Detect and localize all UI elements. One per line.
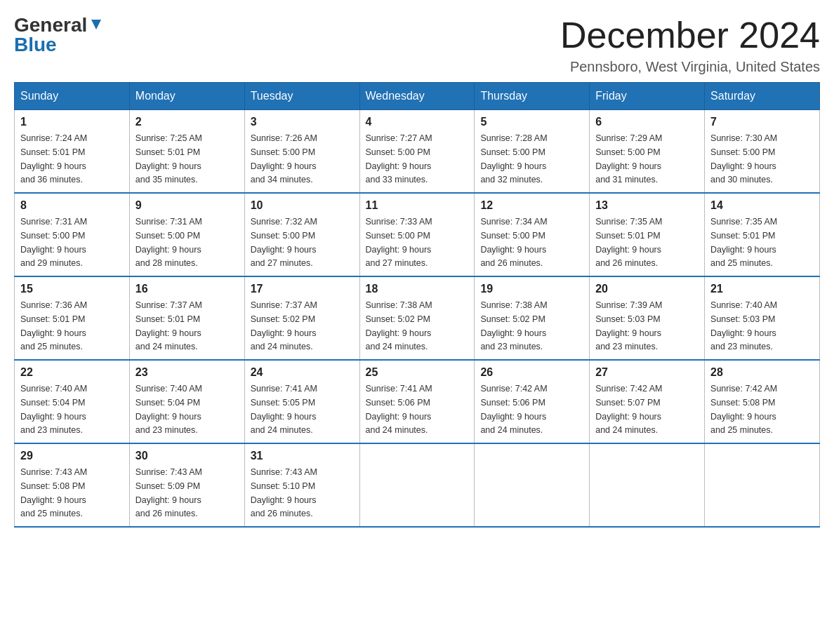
- day-info: Sunrise: 7:35 AMSunset: 5:01 PMDaylight:…: [595, 217, 662, 268]
- day-number: 1: [20, 116, 124, 128]
- day-of-week-header: Monday: [129, 83, 244, 110]
- day-info: Sunrise: 7:37 AMSunset: 5:02 PMDaylight:…: [251, 300, 317, 351]
- day-info: Sunrise: 7:42 AMSunset: 5:08 PMDaylight:…: [710, 384, 777, 435]
- calendar-day-cell: 28 Sunrise: 7:42 AMSunset: 5:08 PMDaylig…: [705, 360, 820, 443]
- calendar-day-cell: 15 Sunrise: 7:36 AMSunset: 5:01 PMDaylig…: [15, 276, 130, 360]
- calendar-day-cell: 3 Sunrise: 7:26 AMSunset: 5:00 PMDayligh…: [244, 110, 359, 194]
- day-number: 11: [366, 199, 469, 212]
- calendar-day-cell: 7 Sunrise: 7:30 AMSunset: 5:00 PMDayligh…: [705, 110, 820, 194]
- calendar-day-cell: 1 Sunrise: 7:24 AMSunset: 5:01 PMDayligh…: [15, 110, 130, 194]
- calendar-day-cell: 21 Sunrise: 7:40 AMSunset: 5:03 PMDaylig…: [705, 276, 820, 360]
- calendar-week-row: 1 Sunrise: 7:24 AMSunset: 5:01 PMDayligh…: [15, 110, 820, 194]
- calendar-day-cell: [359, 443, 475, 527]
- day-info: Sunrise: 7:29 AMSunset: 5:00 PMDaylight:…: [595, 133, 662, 185]
- day-info: Sunrise: 7:43 AMSunset: 5:08 PMDaylight:…: [20, 467, 87, 518]
- day-number: 27: [595, 366, 699, 379]
- day-info: Sunrise: 7:40 AMSunset: 5:03 PMDaylight:…: [710, 300, 777, 351]
- day-info: Sunrise: 7:38 AMSunset: 5:02 PMDaylight:…: [366, 300, 432, 351]
- calendar-day-cell: [705, 443, 820, 527]
- day-number: 29: [20, 450, 124, 462]
- day-info: Sunrise: 7:34 AMSunset: 5:00 PMDaylight:…: [480, 217, 547, 268]
- calendar-day-cell: 12 Sunrise: 7:34 AMSunset: 5:00 PMDaylig…: [475, 193, 590, 276]
- day-number: 2: [135, 116, 239, 128]
- day-info: Sunrise: 7:42 AMSunset: 5:06 PMDaylight:…: [480, 384, 547, 435]
- day-info: Sunrise: 7:40 AMSunset: 5:04 PMDaylight:…: [135, 384, 202, 435]
- day-number: 9: [135, 199, 239, 212]
- logo: General Blue: [14, 14, 104, 56]
- day-info: Sunrise: 7:41 AMSunset: 5:06 PMDaylight:…: [366, 384, 432, 435]
- calendar-week-row: 29 Sunrise: 7:43 AMSunset: 5:08 PMDaylig…: [15, 443, 820, 527]
- day-number: 17: [251, 283, 354, 295]
- page-header: General Blue December 2024 Pennsboro, We…: [14, 14, 820, 75]
- day-info: Sunrise: 7:32 AMSunset: 5:00 PMDaylight:…: [251, 217, 317, 268]
- day-info: Sunrise: 7:30 AMSunset: 5:00 PMDaylight:…: [710, 133, 777, 185]
- calendar-day-cell: 16 Sunrise: 7:37 AMSunset: 5:01 PMDaylig…: [129, 276, 244, 360]
- day-info: Sunrise: 7:39 AMSunset: 5:03 PMDaylight:…: [595, 300, 662, 351]
- day-of-week-header: Friday: [590, 83, 705, 110]
- day-number: 22: [20, 366, 124, 379]
- day-number: 5: [480, 116, 583, 128]
- calendar-day-cell: 25 Sunrise: 7:41 AMSunset: 5:06 PMDaylig…: [359, 360, 475, 443]
- day-info: Sunrise: 7:36 AMSunset: 5:01 PMDaylight:…: [20, 300, 87, 351]
- day-number: 16: [135, 283, 239, 295]
- calendar-day-cell: 9 Sunrise: 7:31 AMSunset: 5:00 PMDayligh…: [129, 193, 244, 276]
- calendar-day-cell: 14 Sunrise: 7:35 AMSunset: 5:01 PMDaylig…: [705, 193, 820, 276]
- day-number: 21: [710, 283, 814, 295]
- day-info: Sunrise: 7:28 AMSunset: 5:00 PMDaylight:…: [480, 133, 547, 185]
- day-info: Sunrise: 7:42 AMSunset: 5:07 PMDaylight:…: [595, 384, 662, 435]
- day-info: Sunrise: 7:31 AMSunset: 5:00 PMDaylight:…: [135, 217, 202, 268]
- location-subtitle: Pennsboro, West Virginia, United States: [560, 59, 820, 75]
- calendar-day-cell: 31 Sunrise: 7:43 AMSunset: 5:10 PMDaylig…: [244, 443, 359, 527]
- day-number: 31: [251, 450, 354, 462]
- day-number: 13: [595, 199, 699, 212]
- calendar-day-cell: 19 Sunrise: 7:38 AMSunset: 5:02 PMDaylig…: [475, 276, 590, 360]
- day-info: Sunrise: 7:26 AMSunset: 5:00 PMDaylight:…: [251, 133, 317, 185]
- calendar-week-row: 22 Sunrise: 7:40 AMSunset: 5:04 PMDaylig…: [15, 360, 820, 443]
- day-number: 6: [595, 116, 699, 128]
- calendar-day-cell: 13 Sunrise: 7:35 AMSunset: 5:01 PMDaylig…: [590, 193, 705, 276]
- day-number: 8: [20, 199, 124, 212]
- calendar-day-cell: 24 Sunrise: 7:41 AMSunset: 5:05 PMDaylig…: [244, 360, 359, 443]
- day-of-week-header: Tuesday: [244, 83, 359, 110]
- day-of-week-header: Saturday: [705, 83, 820, 110]
- day-number: 19: [480, 283, 583, 295]
- svg-marker-0: [91, 20, 101, 29]
- day-number: 10: [251, 199, 354, 212]
- day-number: 18: [366, 283, 469, 295]
- calendar-day-cell: 5 Sunrise: 7:28 AMSunset: 5:00 PMDayligh…: [475, 110, 590, 194]
- day-info: Sunrise: 7:27 AMSunset: 5:00 PMDaylight:…: [366, 133, 432, 185]
- calendar-day-cell: 11 Sunrise: 7:33 AMSunset: 5:00 PMDaylig…: [359, 193, 475, 276]
- calendar-day-cell: 30 Sunrise: 7:43 AMSunset: 5:09 PMDaylig…: [129, 443, 244, 527]
- day-info: Sunrise: 7:41 AMSunset: 5:05 PMDaylight:…: [251, 384, 317, 435]
- day-info: Sunrise: 7:40 AMSunset: 5:04 PMDaylight:…: [20, 384, 87, 435]
- calendar-day-cell: 23 Sunrise: 7:40 AMSunset: 5:04 PMDaylig…: [129, 360, 244, 443]
- day-info: Sunrise: 7:24 AMSunset: 5:01 PMDaylight:…: [20, 133, 87, 185]
- day-number: 25: [366, 366, 469, 379]
- calendar-day-cell: 4 Sunrise: 7:27 AMSunset: 5:00 PMDayligh…: [359, 110, 475, 194]
- day-number: 4: [366, 116, 469, 128]
- calendar-day-cell: 26 Sunrise: 7:42 AMSunset: 5:06 PMDaylig…: [475, 360, 590, 443]
- logo-blue: Blue: [14, 34, 57, 56]
- day-number: 7: [710, 116, 814, 128]
- day-info: Sunrise: 7:43 AMSunset: 5:09 PMDaylight:…: [135, 467, 202, 518]
- day-number: 12: [480, 199, 583, 212]
- calendar-table: SundayMondayTuesdayWednesdayThursdayFrid…: [14, 82, 820, 528]
- day-info: Sunrise: 7:25 AMSunset: 5:01 PMDaylight:…: [135, 133, 202, 185]
- day-number: 20: [595, 283, 699, 295]
- day-number: 23: [135, 366, 239, 379]
- day-info: Sunrise: 7:38 AMSunset: 5:02 PMDaylight:…: [480, 300, 547, 351]
- day-number: 15: [20, 283, 124, 295]
- calendar-day-cell: 17 Sunrise: 7:37 AMSunset: 5:02 PMDaylig…: [244, 276, 359, 360]
- calendar-day-cell: 27 Sunrise: 7:42 AMSunset: 5:07 PMDaylig…: [590, 360, 705, 443]
- day-info: Sunrise: 7:31 AMSunset: 5:00 PMDaylight:…: [20, 217, 87, 268]
- calendar-day-cell: 20 Sunrise: 7:39 AMSunset: 5:03 PMDaylig…: [590, 276, 705, 360]
- calendar-day-cell: [590, 443, 705, 527]
- day-number: 24: [251, 366, 354, 379]
- day-of-week-header: Sunday: [15, 83, 130, 110]
- calendar-header-row: SundayMondayTuesdayWednesdayThursdayFrid…: [15, 83, 820, 110]
- calendar-day-cell: 2 Sunrise: 7:25 AMSunset: 5:01 PMDayligh…: [129, 110, 244, 194]
- day-number: 30: [135, 450, 239, 462]
- calendar-day-cell: [475, 443, 590, 527]
- day-number: 28: [710, 366, 814, 379]
- day-info: Sunrise: 7:33 AMSunset: 5:00 PMDaylight:…: [366, 217, 432, 268]
